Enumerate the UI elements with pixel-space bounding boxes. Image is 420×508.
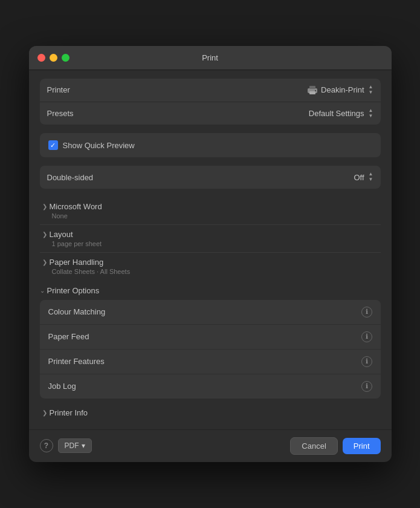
printer-features-label: Printer Features (48, 357, 105, 366)
section-layout[interactable]: ❯ Layout 1 page per sheet (40, 225, 381, 253)
section-microsoft-word-sub: None (52, 212, 378, 220)
section-layout-header[interactable]: ❯ Layout (42, 230, 378, 239)
section-microsoft-word[interactable]: ❯ Microsoft Word None (40, 197, 381, 225)
printer-value-group[interactable]: Deakin-Print ▲ ▼ (307, 85, 373, 96)
printer-value: Deakin-Print (321, 85, 364, 94)
option-colour-matching[interactable]: Colour Matching ℹ (40, 300, 381, 325)
quick-preview-row[interactable]: ✓ Show Quick Preview (40, 133, 381, 157)
maximize-button[interactable] (62, 54, 69, 62)
collapsed-sections: ❯ Microsoft Word None ❯ Layout 1 page pe… (40, 197, 381, 280)
checkmark-icon: ✓ (50, 142, 56, 149)
chevron-right-icon-3: ❯ (42, 259, 47, 265)
paper-feed-label: Paper Feed (48, 332, 89, 341)
quick-preview-label: Show Quick Preview (63, 141, 135, 150)
traffic-lights (37, 54, 69, 62)
section-printer-info-label: Printer Info (50, 408, 88, 417)
cancel-button[interactable]: Cancel (290, 437, 337, 455)
job-log-label: Job Log (48, 382, 76, 391)
section-layout-sub: 1 page per sheet (52, 240, 378, 247)
presets-row: Presets Default Settings ▲ ▼ (40, 102, 381, 125)
printer-icon (307, 85, 318, 95)
double-sided-stepper[interactable]: ▲ ▼ (369, 172, 373, 183)
close-button[interactable] (37, 54, 45, 62)
printer-options-section: ⌄ Printer Options Colour Matching ℹ Pape… (40, 284, 381, 399)
job-log-info-icon[interactable]: ℹ (361, 381, 372, 392)
footer: ? PDF ▾ Cancel Print (29, 429, 392, 462)
option-paper-feed[interactable]: Paper Feed ℹ (40, 325, 381, 350)
double-sided-value-group[interactable]: Off ▲ ▼ (354, 172, 373, 183)
paper-feed-info-icon[interactable]: ℹ (361, 331, 372, 342)
pdf-arrow-icon: ▾ (82, 441, 85, 450)
presets-value-group[interactable]: Default Settings ▲ ▼ (309, 108, 373, 119)
section-layout-label: Layout (50, 230, 73, 239)
section-microsoft-word-header[interactable]: ❯ Microsoft Word (42, 202, 378, 211)
colour-matching-info-icon[interactable]: ℹ (361, 307, 372, 318)
presets-stepper[interactable]: ▲ ▼ (369, 108, 373, 119)
presets-value: Default Settings (309, 109, 364, 118)
printer-presets-group: Printer Deakin-Print ▲ ▼ Prese (40, 79, 381, 125)
checkbox-icon[interactable]: ✓ (48, 140, 58, 150)
printer-options-header[interactable]: ⌄ Printer Options (40, 284, 381, 300)
section-paper-handling[interactable]: ❯ Paper Handling Collate Sheets · All Sh… (40, 253, 381, 280)
pdf-label: PDF (65, 441, 79, 450)
section-paper-handling-sub: Collate Sheets · All Sheets (52, 268, 378, 275)
pdf-button[interactable]: PDF ▾ (58, 438, 92, 453)
section-printer-info-header[interactable]: ❯ Printer Info (42, 408, 378, 417)
help-button[interactable]: ? (40, 439, 53, 452)
section-microsoft-word-label: Microsoft Word (50, 202, 102, 211)
titlebar: Print (29, 46, 392, 70)
chevron-right-icon: ❯ (42, 203, 47, 210)
double-sided-row: Double-sided Off ▲ ▼ (40, 166, 381, 189)
printer-options-label: Printer Options (47, 286, 100, 295)
printer-features-info-icon[interactable]: ℹ (361, 356, 372, 367)
chevron-right-icon-2: ❯ (42, 231, 47, 238)
chevron-right-icon-4: ❯ (42, 409, 47, 416)
printer-row: Printer Deakin-Print ▲ ▼ (40, 79, 381, 102)
dialog-content: Printer Deakin-Print ▲ ▼ Prese (29, 70, 392, 429)
print-button[interactable]: Print (343, 438, 381, 454)
double-sided-label: Double-sided (47, 173, 94, 182)
window-title: Print (202, 53, 218, 62)
svg-rect-1 (309, 86, 315, 89)
presets-label: Presets (47, 109, 74, 118)
svg-rect-2 (309, 91, 315, 94)
minimize-button[interactable] (50, 54, 57, 62)
chevron-down-icon: ⌄ (40, 287, 45, 294)
option-printer-features[interactable]: Printer Features ℹ (40, 350, 381, 374)
print-dialog: Print Printer Deakin-Print ▲ ▼ (29, 46, 392, 462)
printer-options-list: Colour Matching ℹ Paper Feed ℹ Printer F… (40, 300, 381, 399)
colour-matching-label: Colour Matching (48, 307, 106, 316)
section-paper-handling-label: Paper Handling (50, 258, 104, 267)
double-sided-value: Off (354, 173, 364, 182)
printer-label: Printer (47, 85, 70, 94)
section-printer-info[interactable]: ❯ Printer Info (40, 405, 381, 421)
printer-stepper[interactable]: ▲ ▼ (369, 85, 373, 96)
svg-point-3 (315, 90, 316, 91)
section-paper-handling-header[interactable]: ❯ Paper Handling (42, 258, 378, 267)
option-job-log[interactable]: Job Log ℹ (40, 374, 381, 399)
